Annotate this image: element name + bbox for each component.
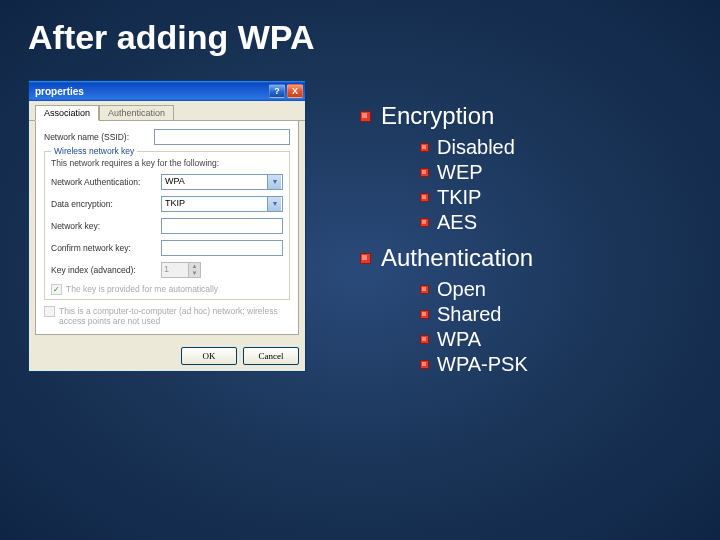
network-auth-label: Network Authentication: <box>51 177 161 187</box>
bullet-icon <box>420 168 429 177</box>
ssid-input[interactable] <box>154 129 290 145</box>
bullet-icon <box>420 310 429 319</box>
ssid-label: Network name (SSID): <box>44 132 154 142</box>
tab-association[interactable]: Association <box>35 105 99 121</box>
data-encryption-label: Data encryption: <box>51 199 161 209</box>
bullet-icon <box>420 143 429 152</box>
tab-authentication[interactable]: Authentication <box>99 105 174 120</box>
bullet-icon <box>360 253 371 264</box>
adhoc-label: This is a computer-to-computer (ad hoc) … <box>59 306 290 326</box>
help-button[interactable]: ? <box>269 84 285 98</box>
properties-dialog: properties ? X Association Authenticatio… <box>28 80 306 372</box>
dialog-buttons: OK Cancel <box>29 341 305 371</box>
bullet-auth-item: WPA-PSK <box>420 353 700 376</box>
dialog-titlebar[interactable]: properties ? X <box>29 81 305 101</box>
bullet-auth-item: Shared <box>420 303 700 326</box>
confirm-key-input[interactable] <box>161 240 283 256</box>
network-key-label: Network key: <box>51 221 161 231</box>
group-title: Wireless network key <box>51 146 137 156</box>
wireless-key-group: Wireless network key This network requir… <box>44 151 290 300</box>
adhoc-checkbox-row: This is a computer-to-computer (ad hoc) … <box>44 306 290 326</box>
auto-key-label: The key is provided for me automatically <box>66 284 218 294</box>
auto-key-checkbox[interactable]: ✓ <box>51 284 62 295</box>
bullet-authentication: Authentication <box>360 244 700 272</box>
adhoc-checkbox[interactable] <box>44 306 55 317</box>
key-index-spinner[interactable]: 1 ▲▼ <box>161 262 201 278</box>
key-index-label: Key index (advanced): <box>51 265 161 275</box>
dialog-title: properties <box>35 86 84 97</box>
bullet-icon <box>420 335 429 344</box>
bullet-enc-item: Disabled <box>420 136 700 159</box>
bullet-encryption: Encryption <box>360 102 700 130</box>
close-button[interactable]: X <box>287 84 303 98</box>
group-desc: This network requires a key for the foll… <box>51 158 283 168</box>
dialog-tabs: Association Authentication <box>29 101 305 121</box>
bullet-enc-item: TKIP <box>420 186 700 209</box>
bullet-icon <box>420 218 429 227</box>
bullet-enc-item: AES <box>420 211 700 234</box>
auto-key-checkbox-row: ✓ The key is provided for me automatical… <box>51 284 283 295</box>
bullet-icon <box>420 193 429 202</box>
ok-button[interactable]: OK <box>181 347 237 365</box>
bullet-enc-item: WEP <box>420 161 700 184</box>
bullet-icon <box>360 111 371 122</box>
cancel-button[interactable]: Cancel <box>243 347 299 365</box>
bullet-icon <box>420 360 429 369</box>
bullet-icon <box>420 285 429 294</box>
data-encryption-combo[interactable]: TKIP <box>161 196 283 212</box>
slide-title: After adding WPA <box>28 18 314 57</box>
network-key-input[interactable] <box>161 218 283 234</box>
bullet-auth-item: Open <box>420 278 700 301</box>
confirm-key-label: Confirm network key: <box>51 243 161 253</box>
tab-body: Network name (SSID): Wireless network ke… <box>35 121 299 335</box>
network-auth-combo[interactable]: WPA <box>161 174 283 190</box>
bullet-list: Encryption Disabled WEP TKIP AES Authent… <box>360 92 700 378</box>
bullet-auth-item: WPA <box>420 328 700 351</box>
